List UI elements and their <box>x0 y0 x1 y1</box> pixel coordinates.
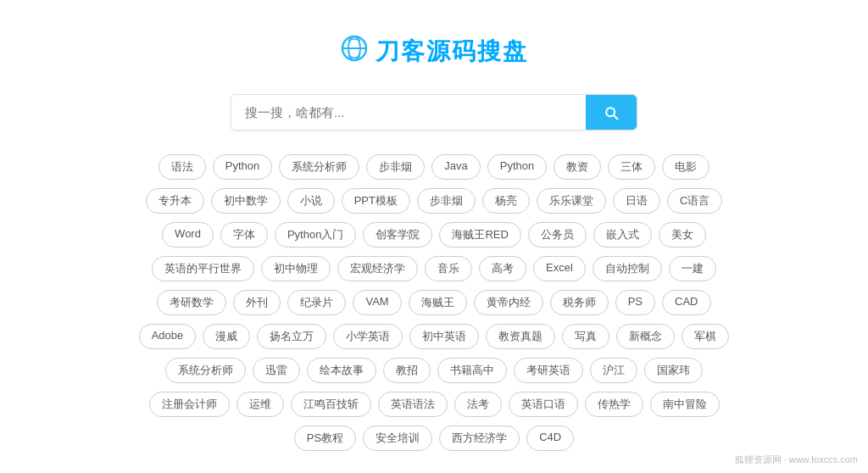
tag-item[interactable]: 沪江 <box>590 358 637 383</box>
tag-item[interactable]: 高考 <box>479 256 526 281</box>
tag-item[interactable]: 外刊 <box>233 290 281 315</box>
watermark: 狐狸资源网 · www.foxccs.com <box>735 454 858 466</box>
tag-item[interactable]: 日语 <box>613 188 660 214</box>
tag-item[interactable]: 南中冒险 <box>650 392 720 417</box>
tag-item[interactable]: 初中物理 <box>261 256 331 281</box>
tag-item[interactable]: Adobe <box>139 324 197 349</box>
tag-item[interactable]: 教资真题 <box>486 324 555 349</box>
tag-item[interactable]: 考研数学 <box>157 290 226 315</box>
tag-item[interactable]: Python入门 <box>275 222 356 248</box>
tag-item[interactable]: 步非烟 <box>417 188 476 214</box>
tag-item[interactable]: 语法 <box>159 154 206 180</box>
tag-item[interactable]: 海贼王RED <box>439 222 520 248</box>
tag-item[interactable]: 自动控制 <box>593 256 662 281</box>
tag-item[interactable]: 初中英语 <box>409 324 479 349</box>
search-icon <box>603 104 620 121</box>
tag-item[interactable]: 英语语法 <box>378 392 448 417</box>
tag-item[interactable]: 西方经济学 <box>439 426 520 451</box>
search-button[interactable] <box>586 95 637 130</box>
tag-item[interactable]: 迅雷 <box>253 358 300 383</box>
tag-item[interactable]: 扬名立万 <box>257 324 326 349</box>
tag-item[interactable]: 纪录片 <box>287 290 346 315</box>
tag-item[interactable]: 绘本故事 <box>307 358 376 383</box>
tag-item[interactable]: 系统分析师 <box>165 358 246 383</box>
tag-item[interactable]: 教资 <box>554 154 601 180</box>
tag-item[interactable]: 音乐 <box>425 256 472 281</box>
tag-item[interactable]: 宏观经济学 <box>337 256 418 281</box>
tag-item[interactable]: 考研英语 <box>514 358 583 383</box>
tag-item[interactable]: PPT模板 <box>342 188 410 214</box>
tag-item[interactable]: 江鸣百技斩 <box>291 392 371 417</box>
tag-item[interactable]: 一建 <box>669 256 716 281</box>
tag-item[interactable]: C语言 <box>667 188 722 214</box>
tag-item[interactable]: 漫威 <box>203 324 250 349</box>
tag-item[interactable]: 教招 <box>383 358 431 383</box>
tag-item[interactable]: 安全培训 <box>363 426 432 451</box>
tag-item[interactable]: CAD <box>662 290 710 315</box>
tag-item[interactable]: Excel <box>533 256 586 281</box>
tag-item[interactable]: 税务师 <box>550 290 609 315</box>
tag-item[interactable]: PS <box>615 290 655 315</box>
tag-item[interactable]: 嵌入式 <box>593 222 652 248</box>
tag-item[interactable]: 黄帝内经 <box>474 290 543 315</box>
tag-item[interactable]: 注册会计师 <box>149 392 230 417</box>
tag-item[interactable]: 小学英语 <box>333 324 403 349</box>
tag-item[interactable]: 英语口语 <box>509 392 578 417</box>
tag-item[interactable]: 字体 <box>220 222 268 248</box>
tag-item[interactable]: 国家玮 <box>644 358 703 383</box>
footer: 版权所有 © 2024 刀客源码网 友链： 必应 必应中国 百度 <box>0 468 868 473</box>
tag-item[interactable]: 三体 <box>608 154 655 180</box>
tag-item[interactable]: Word <box>162 222 214 248</box>
tag-item[interactable]: 乐乐课堂 <box>537 188 606 214</box>
tag-item[interactable]: 军棋 <box>682 324 729 349</box>
logo-icon <box>340 34 369 69</box>
tag-item[interactable]: 电影 <box>662 154 709 180</box>
tag-item[interactable]: 书籍高中 <box>437 358 507 383</box>
logo-area: 刀客源码搜盘 <box>340 34 528 69</box>
logo-title: 刀客源码搜盘 <box>376 36 528 68</box>
tags-container: 语法Python系统分析师步非烟JavaPython教资三体电影专升本初中数学小… <box>129 154 739 451</box>
tag-item[interactable]: 美女 <box>659 222 706 248</box>
main-content: 刀客源码搜盘 语法Python系统分析师步非烟JavaPython教资三体电影专… <box>0 0 868 468</box>
tag-item[interactable]: 写真 <box>562 324 609 349</box>
tag-item[interactable]: Java <box>431 154 480 180</box>
tag-item[interactable]: 小说 <box>287 188 335 214</box>
tag-item[interactable]: C4D <box>526 426 574 451</box>
tag-item[interactable]: Python <box>487 154 547 180</box>
search-input[interactable] <box>231 95 586 130</box>
tag-item[interactable]: 杨亮 <box>482 188 530 214</box>
tag-item[interactable]: 步非烟 <box>366 154 425 180</box>
tag-item[interactable]: 创客学院 <box>363 222 432 248</box>
tag-item[interactable]: 系统分析师 <box>279 154 359 180</box>
tag-item[interactable]: 运维 <box>236 392 284 417</box>
tag-item[interactable]: 初中数学 <box>211 188 281 214</box>
tag-item[interactable]: 法考 <box>454 392 502 417</box>
tag-item[interactable]: 传热学 <box>585 392 643 417</box>
tag-item[interactable]: Python <box>213 154 272 180</box>
tag-item[interactable]: 海贼王 <box>409 290 467 315</box>
search-bar <box>231 94 637 131</box>
tag-item[interactable]: 新概念 <box>616 324 675 349</box>
tag-item[interactable]: PS教程 <box>294 426 356 451</box>
tag-item[interactable]: 英语的平行世界 <box>152 256 254 281</box>
tag-item[interactable]: 专升本 <box>146 188 204 214</box>
tag-item[interactable]: 公务员 <box>528 222 587 248</box>
tag-item[interactable]: VAM <box>353 290 401 315</box>
